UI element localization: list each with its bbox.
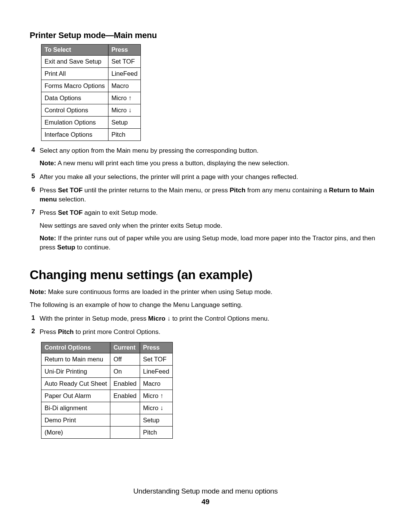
main-menu-table: To Select Press Exit and Save SetupSet T…	[41, 44, 141, 141]
table-header: Press	[108, 45, 141, 56]
table-cell: Macro	[108, 80, 141, 92]
note-text: to continue.	[75, 244, 111, 251]
table-header: Press	[140, 342, 172, 353]
table-cell: Macro	[140, 377, 172, 390]
table-cell: Set TOF	[108, 56, 141, 68]
table-cell: Enabled	[110, 377, 140, 390]
step-text: Press	[40, 328, 58, 335]
table-row: Return to Main menuOffSet TOF	[41, 353, 173, 365]
page-footer: Understanding Setup mode and menu option…	[0, 487, 411, 506]
note-label: Note:	[30, 288, 46, 296]
table-cell: LineFeed	[140, 365, 172, 377]
instruction-list: 4 Select any option from the Main menu b…	[30, 146, 381, 252]
step-number: 6	[30, 186, 35, 193]
step-number: 4	[30, 146, 35, 154]
table-cell: Bi-Di alignment	[41, 402, 110, 414]
table-cell: Demo Print	[41, 414, 110, 426]
step-text: ↓ to print the Control Options menu.	[166, 315, 269, 322]
step-text: from any menu containing a	[245, 187, 329, 194]
table-cell: Control Options	[41, 104, 108, 117]
arrow-down-icon: ↓	[160, 405, 164, 411]
arrow-down-icon: ↓	[129, 107, 132, 113]
table-cell: Enabled	[110, 390, 140, 402]
table-row: Print AllLineFeed	[41, 68, 141, 80]
table-cell: Uni-Dir Printing	[41, 365, 110, 377]
table-cell: Forms Macro Options	[41, 80, 108, 92]
table-cell: Off	[110, 353, 140, 365]
note-label: Note:	[40, 160, 56, 167]
list-item: 4 Select any option from the Main menu b…	[30, 146, 381, 168]
note-text: A new menu will print each time you pres…	[56, 160, 289, 167]
table-row: Control OptionsMicro ↓	[41, 104, 141, 117]
step-sub-text: New settings are saved only when the pri…	[40, 221, 381, 230]
table-row: Paper Out AlarmEnabledMicro ↑	[41, 390, 173, 402]
table-cell: Setup	[108, 117, 141, 129]
table-row: Auto Ready Cut SheetEnabledMacro	[41, 377, 173, 390]
control-options-table: Control Options Current Press Return to …	[41, 342, 173, 439]
example-list: 1 With the printer in Setup mode, press …	[30, 314, 381, 337]
table-row: (More)Pitch	[41, 426, 173, 438]
step-text: to print more Control Options.	[74, 328, 161, 335]
step-text: selection.	[57, 196, 86, 203]
table-row: Demo PrintSetup	[41, 414, 173, 426]
step-text: Press	[40, 187, 58, 194]
table-row: Bi-Di alignmentMicro ↓	[41, 402, 173, 414]
step-text: again to exit Setup mode.	[83, 209, 158, 216]
table-row: Interface OptionsPitch	[41, 129, 141, 141]
table-cell: Pitch	[140, 426, 172, 438]
table-cell: Emulation Options	[41, 117, 108, 129]
list-item: 7 Press Set TOF again to exit Setup mode…	[30, 208, 381, 252]
list-item: 5 After you make all your selections, th…	[30, 173, 381, 181]
table-cell: Auto Ready Cut Sheet	[41, 377, 110, 390]
table-cell: Print All	[41, 68, 108, 80]
page-heading: Changing menu settings (an example)	[30, 268, 381, 282]
table-row: Data OptionsMicro ↑	[41, 92, 141, 104]
table-row: Forms Macro OptionsMacro	[41, 80, 141, 92]
step-text: Press	[40, 209, 58, 216]
table-cell: Paper Out Alarm	[41, 390, 110, 402]
step-bold: Pitch	[58, 328, 74, 335]
step-text: until the printer returns to the Main me…	[83, 187, 229, 194]
list-item: 6 Press Set TOF until the printer return…	[30, 186, 381, 204]
table-cell: Micro ↑	[108, 92, 141, 104]
table-cell: Setup	[140, 414, 172, 426]
table-header: Current	[110, 342, 140, 353]
table-cell: Return to Main menu	[41, 353, 110, 365]
table-cell: Micro ↓	[108, 104, 141, 117]
table-cell	[110, 426, 140, 438]
step-text: With the printer in Setup mode, press	[40, 315, 148, 322]
note-bold: Setup	[57, 244, 75, 251]
note-label: Note:	[40, 235, 56, 242]
step-bold: Micro	[148, 315, 165, 322]
table-cell: Interface Options	[41, 129, 108, 141]
table-header: Control Options	[41, 342, 110, 353]
table-cell: (More)	[41, 426, 110, 438]
table-cell: Micro ↑	[140, 390, 172, 402]
table-cell	[110, 402, 140, 414]
table-row: Exit and Save SetupSet TOF	[41, 56, 141, 68]
step-bold: Pitch	[230, 187, 246, 194]
table-row: Uni-Dir PrintingOnLineFeed	[41, 365, 173, 377]
step-text: Select any option from the Main menu by …	[40, 147, 259, 154]
table-cell: On	[110, 365, 140, 377]
section-title: Printer Setup mode—Main menu	[30, 30, 381, 40]
step-bold: Set TOF	[58, 187, 83, 194]
intro-text: The following is an example of how to ch…	[30, 300, 381, 310]
step-text: After you make all your selections, the …	[40, 173, 298, 181]
step-number: 5	[30, 173, 35, 180]
table-header: To Select	[41, 45, 108, 56]
page-number: 49	[0, 498, 411, 506]
table-cell: Set TOF	[140, 353, 172, 365]
step-number: 2	[30, 328, 35, 335]
table-row: Emulation OptionsSetup	[41, 117, 141, 129]
table-cell: Micro ↓	[140, 402, 172, 414]
arrow-up-icon: ↑	[160, 393, 164, 399]
list-item: 1 With the printer in Setup mode, press …	[30, 314, 381, 323]
table-cell: Data Options	[41, 92, 108, 104]
table-cell: LineFeed	[108, 68, 141, 80]
footer-title: Understanding Setup mode and menu option…	[0, 487, 411, 495]
table-cell	[110, 414, 140, 426]
step-number: 1	[30, 314, 35, 322]
table-cell: Pitch	[108, 129, 141, 141]
note-text: Make sure continuous forms are loaded in…	[46, 288, 272, 296]
